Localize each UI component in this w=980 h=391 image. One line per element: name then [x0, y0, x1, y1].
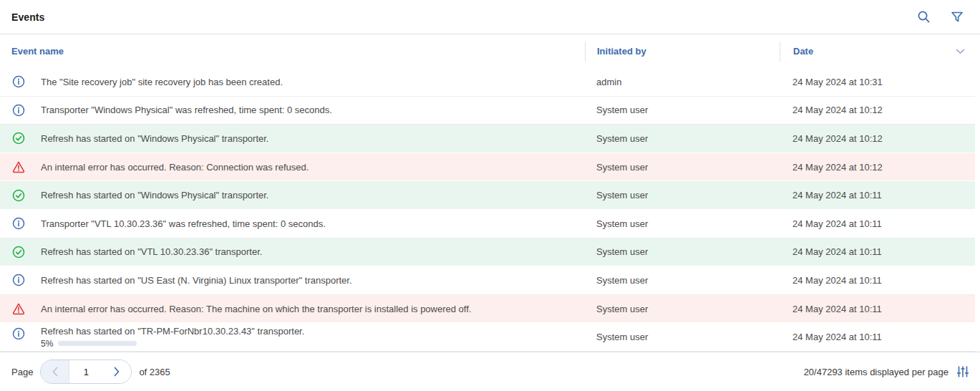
filter-icon: [951, 11, 964, 24]
per-page-area: 20/47293 items displayed per page: [804, 365, 970, 379]
event-status-icon: [0, 210, 41, 238]
table-body: The "Site recovery job" site recovery jo…: [0, 68, 980, 352]
table-row[interactable]: Refresh has started on "Windows Physical…: [0, 181, 975, 210]
event-name: An internal error has occurred. Reason: …: [41, 162, 585, 173]
event-status-icon: [0, 97, 41, 125]
date-cell: 24 May 2024 at 10:11: [780, 295, 975, 323]
page-control: [40, 359, 132, 384]
column-header-date-label: Date: [793, 46, 813, 57]
event-name-cell: Refresh has started on "VTL 10.30.23.36"…: [0, 238, 585, 266]
initiated-by-cell: System user: [585, 97, 780, 125]
info-icon: [12, 217, 25, 230]
chevron-down-icon: [956, 49, 965, 54]
event-name: Refresh has started on "Windows Physical…: [41, 133, 585, 144]
search-icon: [917, 10, 931, 24]
pager: Page of 2: [11, 359, 170, 384]
initiated-by-cell: System user: [585, 153, 780, 181]
initiated-by-cell: System user: [585, 125, 780, 153]
table-row[interactable]: Refresh has started on "TR-PM-ForNbr10.3…: [0, 323, 975, 352]
filter-button[interactable]: [950, 10, 964, 24]
event-name-cell: Refresh has started on "Windows Physical…: [0, 125, 585, 153]
info-icon: [12, 75, 25, 88]
event-name-cell: Transporter "Windows Physical" was refre…: [0, 97, 585, 125]
chevron-left-icon: [52, 367, 59, 377]
event-name: Refresh has started on "Windows Physical…: [41, 190, 585, 201]
page-label: Page: [11, 367, 33, 377]
table-row[interactable]: An internal error has occurred. Reason: …: [0, 153, 975, 182]
progress-percent-label: 5%: [41, 339, 53, 349]
success-icon: [12, 189, 25, 202]
pagination-bar: Page of 2: [0, 352, 980, 391]
page-title: Events: [11, 11, 45, 23]
event-name-cell: Refresh has started on "TR-PM-ForNbr10.3…: [0, 323, 585, 351]
error-icon: [12, 160, 25, 173]
date-cell: 24 May 2024 at 10:12: [780, 125, 975, 153]
event-status-icon: [0, 153, 41, 181]
event-status-icon: [0, 295, 41, 323]
event-status-icon: [0, 181, 41, 209]
event-name-cell: An internal error has occurred. Reason: …: [0, 153, 585, 181]
table-row[interactable]: Refresh has started on "US East (N. Virg…: [0, 266, 975, 295]
table-row[interactable]: Refresh has started on "VTL 10.30.23.36"…: [0, 238, 975, 267]
event-name: Refresh has started on "VTL 10.30.23.36"…: [41, 246, 585, 257]
column-header-initiated-by[interactable]: Initiated by: [585, 42, 780, 62]
date-cell: 24 May 2024 at 10:11: [780, 181, 975, 209]
column-header-event-name[interactable]: Event name: [0, 46, 585, 57]
initiated-by-cell: System user: [585, 210, 780, 238]
total-pages-label: of 2365: [139, 367, 170, 377]
initiated-by-cell: System user: [585, 266, 780, 294]
table-row[interactable]: The "Site recovery job" site recovery jo…: [0, 68, 975, 97]
date-cell: 24 May 2024 at 10:12: [780, 153, 975, 181]
previous-page-button[interactable]: [41, 360, 69, 383]
event-name: The "Site recovery job" site recovery jo…: [41, 77, 585, 87]
event-name: Refresh has started on "US East (N. Virg…: [41, 275, 585, 286]
initiated-by-cell: System user: [585, 181, 780, 209]
date-cell: 24 May 2024 at 10:31: [780, 68, 975, 96]
topbar: Events: [0, 0, 980, 34]
date-cell: 24 May 2024 at 10:11: [780, 238, 975, 266]
table-row[interactable]: Refresh has started on "Windows Physical…: [0, 125, 975, 153]
error-icon: [12, 302, 25, 315]
event-name-cell: The "Site recovery job" site recovery jo…: [0, 68, 585, 96]
sliders-icon: [956, 365, 969, 378]
event-status-icon: [0, 125, 41, 153]
event-status-icon: [0, 238, 41, 266]
event-name-cell: Refresh has started on "US East (N. Virg…: [0, 266, 585, 294]
search-button[interactable]: [916, 10, 931, 24]
initiated-by-cell: admin: [585, 68, 780, 96]
event-status-icon: [0, 68, 41, 96]
event-name: An internal error has occurred. Reason: …: [41, 304, 585, 314]
initiated-by-cell: System user: [585, 295, 780, 323]
items-per-page-label: 20/47293 items displayed per page: [804, 367, 949, 377]
date-cell: 24 May 2024 at 10:12: [780, 97, 975, 125]
chevron-right-icon: [113, 367, 120, 377]
page-number-input[interactable]: [69, 360, 102, 383]
table-row[interactable]: An internal error has occurred. Reason: …: [0, 295, 975, 324]
event-name-cell: Refresh has started on "Windows Physical…: [0, 181, 585, 209]
success-icon: [12, 132, 25, 145]
events-panel: Events Event name Initiated: [0, 0, 980, 391]
column-header-date[interactable]: Date: [780, 42, 980, 62]
topbar-actions: [916, 10, 964, 24]
info-icon: [12, 274, 25, 286]
info-icon: [12, 104, 25, 117]
date-cell: 24 May 2024 at 10:11: [780, 210, 975, 238]
event-progress: 5%: [41, 339, 585, 349]
event-status-icon: [0, 266, 41, 294]
event-name: Transporter "Windows Physical" was refre…: [41, 105, 585, 115]
event-name-cell: An internal error has occurred. Reason: …: [0, 295, 585, 323]
event-name: Transporter "VTL 10.30.23.36" was refres…: [41, 218, 585, 229]
table-header: Event name Initiated by Date: [0, 34, 980, 68]
progress-bar: [58, 341, 137, 346]
success-icon: [12, 246, 25, 259]
event-name: Refresh has started on "TR-PM-ForNbr10.3…: [41, 326, 585, 337]
table-row[interactable]: Transporter "Windows Physical" was refre…: [0, 97, 975, 125]
table-row[interactable]: Transporter "VTL 10.30.23.36" was refres…: [0, 210, 975, 238]
event-status-icon: [0, 323, 41, 351]
date-cell: 24 May 2024 at 10:11: [780, 323, 975, 351]
event-name-cell: Transporter "VTL 10.30.23.36" was refres…: [0, 210, 585, 238]
per-page-settings-button[interactable]: [956, 365, 970, 379]
next-page-button[interactable]: [102, 360, 131, 383]
initiated-by-cell: System user: [585, 323, 780, 351]
date-cell: 24 May 2024 at 10:11: [780, 266, 975, 294]
